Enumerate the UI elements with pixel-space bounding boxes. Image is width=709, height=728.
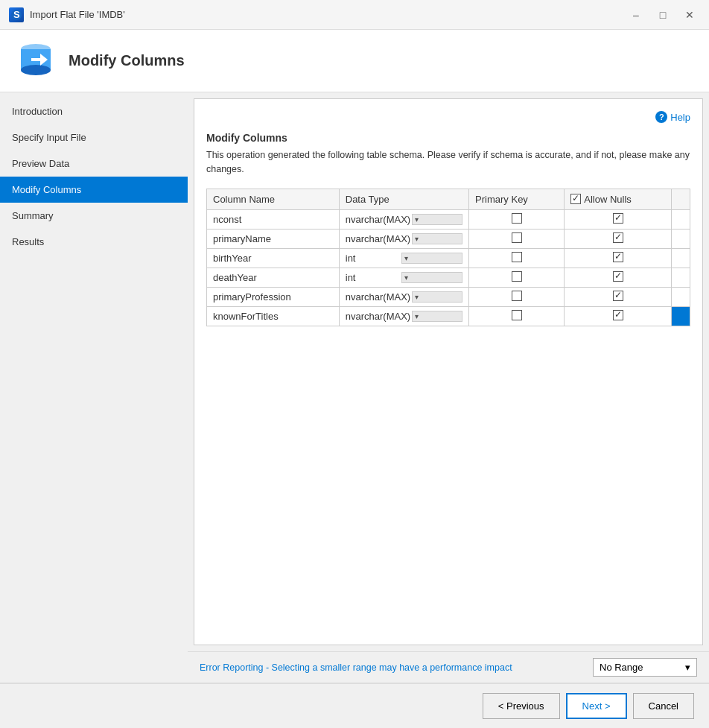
- sidebar-item-specify-input-file[interactable]: Specify Input File: [0, 124, 188, 151]
- error-text: Error Reporting - Selecting a smaller ra…: [200, 662, 512, 673]
- section-title: Modify Columns: [206, 132, 690, 144]
- minimize-button[interactable]: –: [626, 7, 646, 22]
- data-type-dropdown-arrow[interactable]: ▾: [412, 291, 462, 303]
- cell-primary-key[interactable]: [469, 209, 565, 229]
- cell-column-name: primaryProfession: [207, 287, 340, 306]
- col-header-allow-nulls: Allow Nulls: [565, 189, 672, 209]
- cell-data-type[interactable]: nvarchar(MAX)▾: [339, 229, 468, 248]
- content-inner: ? Help Modify Columns This operation gen…: [194, 98, 703, 645]
- table-row[interactable]: primaryProfessionnvarchar(MAX)▾: [207, 287, 690, 306]
- cell-primary-key[interactable]: [469, 306, 565, 326]
- cell-primary-key[interactable]: [469, 268, 565, 287]
- app-icon: S: [9, 7, 24, 22]
- main-layout: Introduction Specify Input File Preview …: [0, 92, 709, 683]
- data-type-dropdown-arrow[interactable]: ▾: [401, 253, 462, 264]
- app-header: Modify Columns: [0, 30, 709, 92]
- sidebar: Introduction Specify Input File Preview …: [0, 92, 188, 683]
- table-row[interactable]: primaryNamenvarchar(MAX)▾: [207, 229, 690, 248]
- cell-column-name: birthYear: [207, 248, 340, 268]
- table-row[interactable]: deathYearint▾: [207, 268, 690, 287]
- data-type-dropdown-arrow[interactable]: ▾: [401, 272, 462, 283]
- cell-allow-nulls[interactable]: [565, 248, 672, 268]
- cell-data-type[interactable]: int▾: [339, 268, 468, 287]
- data-type-dropdown-arrow[interactable]: ▾: [412, 233, 462, 244]
- cell-column-name: nconst: [207, 209, 340, 229]
- cell-data-type[interactable]: int▾: [339, 248, 468, 268]
- svg-text:S: S: [13, 9, 20, 20]
- sidebar-item-modify-columns[interactable]: Modify Columns: [0, 177, 188, 203]
- help-link[interactable]: ? Help: [206, 111, 690, 123]
- table-row[interactable]: nconstnvarchar(MAX)▾: [207, 209, 690, 229]
- cell-extra: [672, 306, 690, 326]
- primary-key-checkbox[interactable]: [512, 291, 522, 301]
- window-title: Import Flat File 'IMDB': [30, 9, 626, 20]
- sidebar-item-preview-data[interactable]: Preview Data: [0, 151, 188, 177]
- cell-primary-key[interactable]: [469, 248, 565, 268]
- help-label: Help: [670, 112, 690, 123]
- primary-key-checkbox[interactable]: [512, 271, 522, 282]
- section-desc: This operation generated the following t…: [206, 148, 690, 177]
- allow-nulls-header-checkbox[interactable]: [570, 194, 581, 204]
- cell-primary-key[interactable]: [469, 229, 565, 248]
- cell-data-type[interactable]: nvarchar(MAX)▾: [339, 287, 468, 306]
- window-controls: – □ ✕: [626, 7, 700, 22]
- cancel-button[interactable]: Cancel: [633, 693, 694, 719]
- data-type-dropdown-arrow[interactable]: ▾: [412, 311, 462, 322]
- cell-allow-nulls[interactable]: [565, 268, 672, 287]
- data-type-dropdown-arrow[interactable]: ▾: [412, 214, 462, 225]
- cell-extra: [672, 229, 690, 248]
- cell-primary-key[interactable]: [469, 287, 565, 306]
- sidebar-item-introduction[interactable]: Introduction: [0, 98, 188, 124]
- allow-nulls-checkbox[interactable]: [613, 252, 623, 262]
- primary-key-checkbox[interactable]: [512, 213, 522, 224]
- allow-nulls-checkbox[interactable]: [613, 232, 623, 243]
- sidebar-item-results[interactable]: Results: [0, 229, 188, 255]
- allow-nulls-checkbox[interactable]: [613, 213, 623, 224]
- cell-column-name: deathYear: [207, 268, 340, 287]
- primary-key-checkbox[interactable]: [512, 232, 522, 243]
- cell-data-type[interactable]: nvarchar(MAX)▾: [339, 209, 468, 229]
- error-dropdown-arrow: ▾: [685, 662, 690, 673]
- columns-table: Column Name Data Type Primary Key Allow …: [206, 189, 690, 326]
- help-icon: ?: [655, 111, 667, 123]
- allow-nulls-checkbox[interactable]: [613, 310, 623, 320]
- footer: < Previous Next > Cancel: [0, 683, 709, 728]
- error-range-value: No Range: [600, 662, 643, 673]
- page-title: Modify Columns: [69, 52, 185, 69]
- sidebar-item-summary[interactable]: Summary: [0, 203, 188, 229]
- col-header-extra: [672, 189, 690, 209]
- cell-extra: [672, 268, 690, 287]
- app-logo: [15, 39, 57, 83]
- cell-extra: [672, 287, 690, 306]
- cell-extra: [672, 248, 690, 268]
- primary-key-checkbox[interactable]: [512, 252, 522, 262]
- maximize-button[interactable]: □: [652, 7, 673, 22]
- previous-button[interactable]: < Previous: [483, 693, 560, 719]
- content-area: ? Help Modify Columns This operation gen…: [188, 92, 709, 683]
- cell-allow-nulls[interactable]: [565, 209, 672, 229]
- cell-data-type[interactable]: nvarchar(MAX)▾: [339, 306, 468, 326]
- primary-key-checkbox[interactable]: [512, 310, 522, 320]
- col-header-data-type: Data Type: [339, 189, 468, 209]
- allow-nulls-checkbox[interactable]: [613, 291, 623, 301]
- col-header-primary-key: Primary Key: [469, 189, 565, 209]
- next-button[interactable]: Next >: [566, 693, 627, 719]
- cell-allow-nulls[interactable]: [565, 229, 672, 248]
- cell-extra: [672, 209, 690, 229]
- svg-point-4: [21, 65, 51, 75]
- cell-allow-nulls[interactable]: [565, 287, 672, 306]
- error-range-dropdown[interactable]: No Range ▾: [593, 658, 697, 677]
- cell-column-name: primaryName: [207, 229, 340, 248]
- title-bar: S Import Flat File 'IMDB' – □ ✕: [0, 0, 709, 30]
- cell-allow-nulls[interactable]: [565, 306, 672, 326]
- allow-nulls-checkbox[interactable]: [613, 271, 623, 282]
- table-row[interactable]: knownForTitlesnvarchar(MAX)▾: [207, 306, 690, 326]
- cell-column-name: knownForTitles: [207, 306, 340, 326]
- col-header-column-name: Column Name: [207, 189, 340, 209]
- close-button[interactable]: ✕: [679, 7, 700, 22]
- table-row[interactable]: birthYearint▾: [207, 248, 690, 268]
- error-bar: Error Reporting - Selecting a smaller ra…: [188, 651, 709, 683]
